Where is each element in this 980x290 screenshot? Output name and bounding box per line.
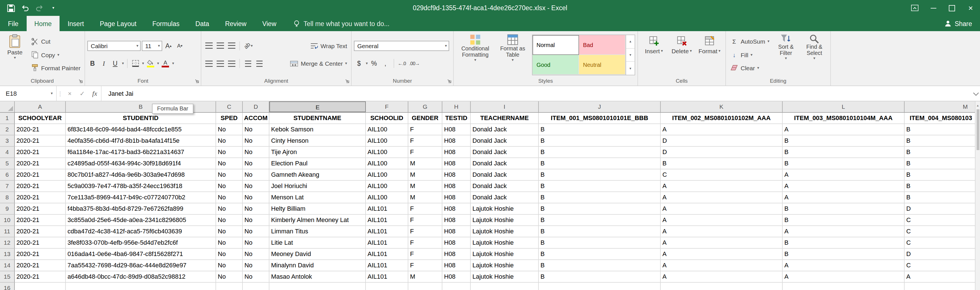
tab-formulas[interactable]: Formulas — [144, 16, 188, 31]
cell-M2[interactable]: B — [905, 124, 975, 135]
cell-F1[interactable]: SCHOOLID — [366, 113, 408, 124]
column-header-M[interactable]: M — [905, 101, 975, 112]
save-button[interactable] — [5, 2, 17, 14]
row-header-12[interactable]: 12 — [0, 237, 15, 249]
share-button[interactable]: Share — [937, 16, 980, 31]
conditional-formatting-dropdown[interactable]: ▾ — [474, 58, 476, 62]
cell-K10[interactable]: A — [661, 215, 783, 226]
cell-M7[interactable]: B — [905, 181, 975, 192]
cell-K2[interactable]: A — [661, 124, 783, 135]
column-header-G[interactable]: G — [408, 101, 442, 112]
select-all-button[interactable] — [0, 101, 15, 112]
borders-dropdown[interactable]: ▾ — [142, 62, 144, 66]
cut-button[interactable]: Cut — [29, 36, 82, 47]
cell-E7[interactable]: Joel Horiuchi — [269, 181, 366, 192]
format-as-table-dropdown[interactable]: ▾ — [512, 58, 514, 62]
cell-A1[interactable]: SCHOOLYEAR — [15, 113, 66, 124]
cell-J3[interactable]: B — [539, 135, 661, 147]
cell-D15[interactable]: No — [243, 271, 269, 283]
cell-I2[interactable]: Donald Jack — [471, 124, 539, 135]
cell-B15[interactable]: a646db48-0bcc-47dc-89d9-d08a52c98812 — [66, 271, 216, 283]
cell-C10[interactable]: No — [216, 215, 243, 226]
column-header-H[interactable]: H — [442, 101, 471, 112]
formula-bar-grip[interactable]: ⋮ — [57, 86, 64, 101]
column-header-B[interactable]: B — [66, 101, 216, 112]
column-header-L[interactable]: L — [783, 101, 905, 112]
cell-M16[interactable] — [905, 283, 975, 290]
cell-D13[interactable]: No — [243, 249, 269, 260]
cell-L11[interactable]: A — [783, 226, 905, 237]
tab-home[interactable]: Home — [26, 16, 60, 31]
cell-E13[interactable]: Meoney David — [269, 249, 366, 260]
cell-J4[interactable]: B — [539, 147, 661, 158]
restore-button[interactable] — [943, 0, 961, 16]
cell-B12[interactable]: 3fe8f033-070b-4efb-956e-5d4d7eb2fc6f — [66, 237, 216, 249]
cell-F14[interactable]: AIL101 — [366, 260, 408, 271]
cell-D3[interactable]: No — [243, 135, 269, 147]
column-header-D[interactable]: D — [243, 101, 269, 112]
column-header-F[interactable]: F — [366, 101, 408, 112]
column-header-J[interactable]: J — [539, 101, 661, 112]
cell-M1[interactable]: ITEM_004_MS080103 — [905, 113, 975, 124]
cell-E12[interactable]: Litie Lat — [269, 237, 366, 249]
increase-font-size-button[interactable]: A▴ — [163, 41, 173, 51]
cell-M14[interactable]: C — [905, 260, 975, 271]
cell-I3[interactable]: Donald Jack — [471, 135, 539, 147]
cell-F16[interactable] — [366, 283, 408, 290]
fill-button[interactable]: ↓ Fill ▾ — [728, 49, 771, 60]
cell-E8[interactable]: Menson Lat — [269, 192, 366, 203]
cell-J10[interactable]: B — [539, 215, 661, 226]
sort-filter-button[interactable]: Sort & Filter ▾ — [772, 33, 799, 76]
cell-F4[interactable]: AIL100 — [366, 147, 408, 158]
cell-H2[interactable]: H08 — [442, 124, 471, 135]
cell-C4[interactable]: No — [216, 147, 243, 158]
cell-F11[interactable]: AIL101 — [366, 226, 408, 237]
cell-J15[interactable]: B — [539, 271, 661, 283]
clear-button[interactable]: Clear ▾ — [728, 63, 771, 73]
cell-G1[interactable]: GENDER — [408, 113, 442, 124]
font-dialog-launcher[interactable] — [194, 78, 200, 84]
tab-review[interactable]: Review — [217, 16, 255, 31]
cell-F5[interactable]: AIL100 — [366, 158, 408, 170]
redo-button[interactable] — [33, 2, 45, 14]
cell-A11[interactable]: 2020-21 — [15, 226, 66, 237]
cell-C13[interactable]: No — [216, 249, 243, 260]
cell-L9[interactable]: B — [783, 203, 905, 215]
cell-I15[interactable]: Lajutok Hoshie — [471, 271, 539, 283]
cell-E16[interactable] — [269, 283, 366, 290]
autosum-dropdown[interactable]: ▾ — [767, 40, 769, 44]
cell-L10[interactable]: B — [783, 215, 905, 226]
cell-M8[interactable]: B — [905, 192, 975, 203]
cell-L12[interactable]: B — [783, 237, 905, 249]
decrease-font-size-button[interactable]: A▾ — [175, 41, 185, 51]
cell-M9[interactable]: D — [905, 203, 975, 215]
cell-M4[interactable]: B — [905, 147, 975, 158]
column-header-E[interactable]: E — [269, 101, 366, 112]
cell-L2[interactable]: A — [783, 124, 905, 135]
cell-J16[interactable] — [539, 283, 661, 290]
fill-color-button[interactable] — [145, 59, 155, 69]
cell-G10[interactable]: F — [408, 215, 442, 226]
cell-I4[interactable]: Donald Jack — [471, 147, 539, 158]
cell-A13[interactable]: 2020-21 — [15, 249, 66, 260]
tab-data[interactable]: Data — [188, 16, 217, 31]
insert-function-button[interactable]: fx — [89, 86, 101, 101]
cell-A12[interactable]: 2020-21 — [15, 237, 66, 249]
cell-A3[interactable]: 2020-21 — [15, 135, 66, 147]
number-dialog-launcher[interactable] — [446, 78, 452, 84]
cell-D16[interactable] — [243, 283, 269, 290]
format-cells-button[interactable]: Format▾ — [696, 33, 723, 76]
cell-C14[interactable]: No — [216, 260, 243, 271]
row-header-13[interactable]: 13 — [0, 249, 15, 260]
enter-button[interactable]: ✓ — [76, 86, 89, 101]
cell-G11[interactable]: F — [408, 226, 442, 237]
borders-button[interactable] — [130, 59, 140, 69]
cell-J6[interactable]: B — [539, 170, 661, 181]
cell-F2[interactable]: AIL100 — [366, 124, 408, 135]
cell-L1[interactable]: ITEM_003_MS0801010104M_AAA — [783, 113, 905, 124]
cell-I16[interactable] — [471, 283, 539, 290]
cell-L3[interactable]: B — [783, 135, 905, 147]
cell-F8[interactable]: AIL100 — [366, 192, 408, 203]
cell-D5[interactable]: No — [243, 158, 269, 170]
comma-style-button[interactable]: , — [380, 59, 390, 69]
